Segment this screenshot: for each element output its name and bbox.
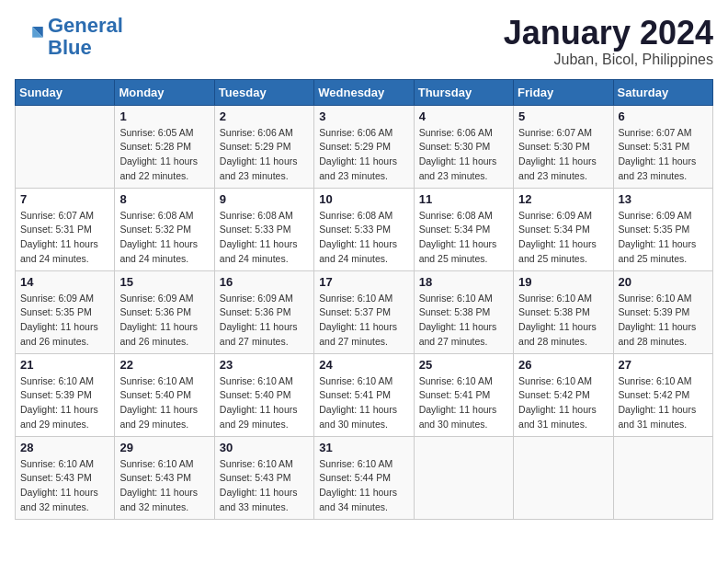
logo-blue: Blue <box>48 36 92 59</box>
calendar-week-1: 1Sunrise: 6:05 AM Sunset: 5:28 PM Daylig… <box>16 105 713 188</box>
logo-text: General Blue <box>48 15 123 59</box>
day-number: 15 <box>119 275 209 289</box>
day-info: Sunrise: 6:10 AM Sunset: 5:42 PM Dayligh… <box>518 374 608 432</box>
day-info: Sunrise: 6:07 AM Sunset: 5:31 PM Dayligh… <box>619 126 708 184</box>
calendar-cell: 23Sunrise: 6:10 AM Sunset: 5:40 PM Dayli… <box>214 353 313 436</box>
calendar-cell: 20Sunrise: 6:10 AM Sunset: 5:39 PM Dayli… <box>613 270 712 353</box>
day-info: Sunrise: 6:09 AM Sunset: 5:35 PM Dayligh… <box>619 209 708 267</box>
calendar-cell: 31Sunrise: 6:10 AM Sunset: 5:44 PM Dayli… <box>314 436 414 519</box>
day-number: 5 <box>518 109 608 123</box>
calendar-cell <box>514 436 613 519</box>
calendar-cell: 2Sunrise: 6:06 AM Sunset: 5:29 PM Daylig… <box>214 105 313 188</box>
calendar-cell: 18Sunrise: 6:10 AM Sunset: 5:38 PM Dayli… <box>414 270 513 353</box>
month-title: January 2024 <box>504 15 713 52</box>
day-info: Sunrise: 6:09 AM Sunset: 5:35 PM Dayligh… <box>20 292 109 350</box>
day-number: 1 <box>119 109 209 123</box>
weekday-header-row: SundayMondayTuesdayWednesdayThursdayFrid… <box>16 79 713 105</box>
day-number: 7 <box>20 192 109 206</box>
day-info: Sunrise: 6:10 AM Sunset: 5:43 PM Dayligh… <box>20 457 109 515</box>
title-area: January 2024 Juban, Bicol, Philippines <box>504 15 713 68</box>
day-number: 20 <box>619 275 708 289</box>
day-number: 12 <box>518 192 608 206</box>
day-number: 2 <box>220 109 309 123</box>
day-info: Sunrise: 6:10 AM Sunset: 5:44 PM Dayligh… <box>319 457 408 515</box>
day-number: 9 <box>220 192 309 206</box>
calendar-week-2: 7Sunrise: 6:07 AM Sunset: 5:31 PM Daylig… <box>16 188 713 270</box>
day-number: 3 <box>319 109 408 123</box>
day-info: Sunrise: 6:05 AM Sunset: 5:28 PM Dayligh… <box>119 126 209 184</box>
day-info: Sunrise: 6:10 AM Sunset: 5:43 PM Dayligh… <box>119 457 209 515</box>
calendar-cell: 15Sunrise: 6:09 AM Sunset: 5:36 PM Dayli… <box>115 270 214 353</box>
day-info: Sunrise: 6:10 AM Sunset: 5:39 PM Dayligh… <box>619 292 708 350</box>
calendar-cell: 6Sunrise: 6:07 AM Sunset: 5:31 PM Daylig… <box>613 105 712 188</box>
day-number: 8 <box>119 192 209 206</box>
calendar-week-4: 21Sunrise: 6:10 AM Sunset: 5:39 PM Dayli… <box>16 353 713 436</box>
calendar-cell: 4Sunrise: 6:06 AM Sunset: 5:30 PM Daylig… <box>414 105 513 188</box>
calendar-cell: 26Sunrise: 6:10 AM Sunset: 5:42 PM Dayli… <box>514 353 613 436</box>
calendar-cell: 1Sunrise: 6:05 AM Sunset: 5:28 PM Daylig… <box>115 105 214 188</box>
weekday-header-sunday: Sunday <box>16 79 115 105</box>
weekday-header-wednesday: Wednesday <box>314 79 414 105</box>
day-number: 29 <box>119 441 209 454</box>
calendar-week-5: 28Sunrise: 6:10 AM Sunset: 5:43 PM Dayli… <box>16 436 713 519</box>
calendar-cell <box>613 436 712 519</box>
day-info: Sunrise: 6:06 AM Sunset: 5:30 PM Dayligh… <box>419 126 508 184</box>
day-info: Sunrise: 6:08 AM Sunset: 5:33 PM Dayligh… <box>319 209 408 267</box>
calendar-cell: 5Sunrise: 6:07 AM Sunset: 5:30 PM Daylig… <box>514 105 613 188</box>
calendar-cell: 16Sunrise: 6:09 AM Sunset: 5:36 PM Dayli… <box>214 270 313 353</box>
day-number: 4 <box>419 109 508 123</box>
calendar-cell: 17Sunrise: 6:10 AM Sunset: 5:37 PM Dayli… <box>314 270 414 353</box>
day-info: Sunrise: 6:09 AM Sunset: 5:34 PM Dayligh… <box>518 209 608 267</box>
calendar-cell: 22Sunrise: 6:10 AM Sunset: 5:40 PM Dayli… <box>115 353 214 436</box>
logo-general: General <box>48 14 123 37</box>
calendar-table: SundayMondayTuesdayWednesdayThursdayFrid… <box>15 79 713 520</box>
day-info: Sunrise: 6:06 AM Sunset: 5:29 PM Dayligh… <box>220 126 309 184</box>
calendar-cell: 9Sunrise: 6:08 AM Sunset: 5:33 PM Daylig… <box>214 188 313 270</box>
day-number: 30 <box>220 441 309 454</box>
day-info: Sunrise: 6:10 AM Sunset: 5:43 PM Dayligh… <box>220 457 309 515</box>
day-info: Sunrise: 6:09 AM Sunset: 5:36 PM Dayligh… <box>220 292 309 350</box>
calendar-cell: 24Sunrise: 6:10 AM Sunset: 5:41 PM Dayli… <box>314 353 414 436</box>
day-number: 17 <box>319 275 408 289</box>
calendar-cell: 28Sunrise: 6:10 AM Sunset: 5:43 PM Dayli… <box>16 436 115 519</box>
day-info: Sunrise: 6:10 AM Sunset: 5:38 PM Dayligh… <box>518 292 608 350</box>
weekday-header-saturday: Saturday <box>613 79 712 105</box>
day-number: 25 <box>419 358 508 372</box>
calendar-cell: 21Sunrise: 6:10 AM Sunset: 5:39 PM Dayli… <box>16 353 115 436</box>
day-info: Sunrise: 6:08 AM Sunset: 5:34 PM Dayligh… <box>419 209 508 267</box>
day-number: 11 <box>419 192 508 206</box>
day-info: Sunrise: 6:10 AM Sunset: 5:41 PM Dayligh… <box>319 374 408 432</box>
calendar-cell: 13Sunrise: 6:09 AM Sunset: 5:35 PM Dayli… <box>613 188 712 270</box>
day-number: 28 <box>20 441 109 454</box>
day-info: Sunrise: 6:08 AM Sunset: 5:33 PM Dayligh… <box>220 209 309 267</box>
day-number: 14 <box>20 275 109 289</box>
day-info: Sunrise: 6:08 AM Sunset: 5:32 PM Dayligh… <box>119 209 209 267</box>
calendar-cell: 19Sunrise: 6:10 AM Sunset: 5:38 PM Dayli… <box>514 270 613 353</box>
day-info: Sunrise: 6:10 AM Sunset: 5:39 PM Dayligh… <box>20 374 109 432</box>
calendar-cell <box>16 105 115 188</box>
logo-icon <box>15 22 44 52</box>
day-number: 31 <box>319 441 408 454</box>
calendar-cell: 30Sunrise: 6:10 AM Sunset: 5:43 PM Dayli… <box>214 436 313 519</box>
day-number: 26 <box>518 358 608 372</box>
calendar-cell: 3Sunrise: 6:06 AM Sunset: 5:29 PM Daylig… <box>314 105 414 188</box>
day-number: 13 <box>619 192 708 206</box>
day-info: Sunrise: 6:10 AM Sunset: 5:40 PM Dayligh… <box>220 374 309 432</box>
calendar-cell: 14Sunrise: 6:09 AM Sunset: 5:35 PM Dayli… <box>16 270 115 353</box>
calendar-week-3: 14Sunrise: 6:09 AM Sunset: 5:35 PM Dayli… <box>16 270 713 353</box>
day-number: 22 <box>119 358 209 372</box>
day-info: Sunrise: 6:10 AM Sunset: 5:42 PM Dayligh… <box>619 374 708 432</box>
day-number: 16 <box>220 275 309 289</box>
day-info: Sunrise: 6:07 AM Sunset: 5:30 PM Dayligh… <box>518 126 608 184</box>
day-number: 21 <box>20 358 109 372</box>
calendar-cell <box>414 436 513 519</box>
calendar-cell: 11Sunrise: 6:08 AM Sunset: 5:34 PM Dayli… <box>414 188 513 270</box>
day-number: 6 <box>619 109 708 123</box>
calendar-cell: 10Sunrise: 6:08 AM Sunset: 5:33 PM Dayli… <box>314 188 414 270</box>
day-info: Sunrise: 6:10 AM Sunset: 5:38 PM Dayligh… <box>419 292 508 350</box>
day-info: Sunrise: 6:09 AM Sunset: 5:36 PM Dayligh… <box>119 292 209 350</box>
weekday-header-monday: Monday <box>115 79 214 105</box>
logo: General Blue <box>15 15 123 59</box>
calendar-cell: 8Sunrise: 6:08 AM Sunset: 5:32 PM Daylig… <box>115 188 214 270</box>
day-number: 27 <box>619 358 708 372</box>
